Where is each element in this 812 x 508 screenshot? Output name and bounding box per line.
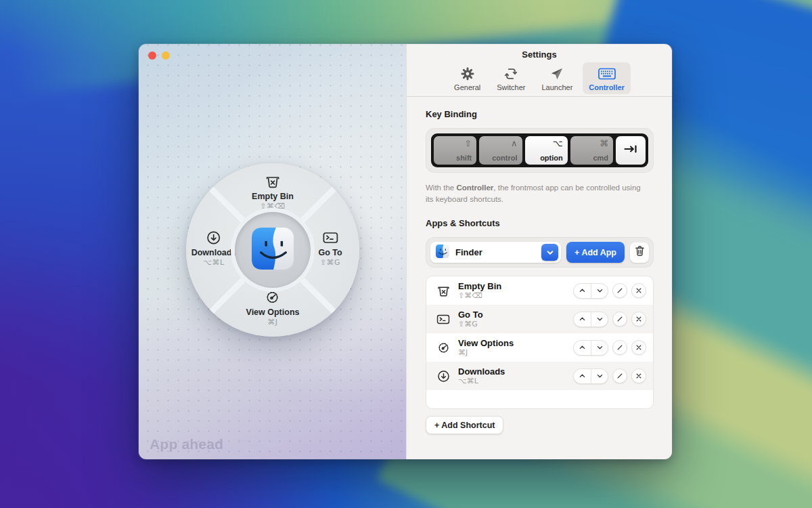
key-control[interactable]: ∧ control (479, 136, 522, 165)
move-up-button[interactable] (574, 284, 591, 298)
radial-item-empty-bin[interactable]: Empty Bin ⇧⌘⌫ (252, 173, 294, 211)
move-up-button[interactable] (574, 369, 591, 383)
edit-button[interactable] (612, 340, 627, 355)
key-tab[interactable] (616, 136, 646, 165)
add-app-button[interactable]: + Add App (566, 242, 625, 263)
add-shortcut-button[interactable]: + Add Shortcut (426, 416, 503, 434)
reorder-control (573, 283, 608, 299)
apps-shortcuts-label: Apps & Shortcuts (426, 218, 654, 228)
radial-item-downloads[interactable]: Downloads ⌥⌘L (191, 230, 237, 267)
trash-icon (635, 245, 645, 259)
key-binding-tray: ⇧ shift ∧ control ⌥ option ⌘ (426, 128, 654, 173)
key-binding-label: Key Binding (426, 109, 654, 119)
shortcut-row-go-to: Go To ⇧⌘G (426, 305, 653, 333)
reorder-control (573, 312, 608, 327)
remove-button[interactable] (631, 283, 646, 298)
chevron-down-icon[interactable] (541, 244, 558, 261)
radial-shortcut-menu: Empty Bin ⇧⌘⌫ Go To ⇧⌘G (186, 163, 359, 337)
remove-button[interactable] (631, 312, 646, 326)
move-down-button[interactable] (591, 284, 608, 298)
key-option[interactable]: ⌥ option (525, 136, 568, 165)
download-circle-icon (206, 230, 222, 246)
radial-item-go-to[interactable]: Go To ⇧⌘G (318, 230, 342, 267)
desktop: Empty Bin ⇧⌘⌫ Go To ⇧⌘G (0, 0, 812, 508)
shortcut-row-view-options: View Options ⌘J (426, 333, 653, 362)
paper-plane-icon (549, 66, 564, 82)
edit-button[interactable] (612, 283, 627, 298)
preview-pane: Empty Bin ⇧⌘⌫ Go To ⇧⌘G (139, 44, 406, 459)
controller-settings: Key Binding ⇧ shift ∧ control ⌥ (407, 97, 672, 434)
keyboard-visual: ⇧ shift ∧ control ⌥ option ⌘ (431, 133, 648, 167)
move-down-button[interactable] (591, 341, 608, 355)
app-selector-tray: Finder + Add App (426, 237, 654, 268)
app-window: Empty Bin ⇧⌘⌫ Go To ⇧⌘G (139, 44, 672, 459)
tab-launcher[interactable]: Launcher (535, 62, 579, 94)
radial-center-app[interactable] (235, 212, 311, 288)
settings-pane: Settings General (406, 44, 672, 459)
shortcut-row-downloads: Downloads ⌥⌘L (426, 362, 653, 390)
finder-icon (252, 228, 294, 272)
edit-button[interactable] (612, 368, 627, 383)
app-watermark: App ahead (150, 436, 223, 452)
edit-button[interactable] (612, 312, 627, 326)
tab-general[interactable]: General (448, 62, 487, 94)
move-down-button[interactable] (591, 369, 608, 383)
key-shift[interactable]: ⇧ shift (434, 136, 476, 165)
reorder-control (573, 340, 608, 356)
tab-switcher[interactable]: Switcher (491, 62, 531, 94)
terminal-icon (434, 313, 452, 326)
app-select[interactable]: Finder (430, 242, 561, 263)
view-options-gear-icon (265, 289, 281, 305)
download-circle-icon (434, 369, 452, 383)
finder-icon-small (436, 245, 449, 261)
keyboard-icon (598, 66, 616, 82)
terminal-icon (321, 230, 339, 246)
minimize-button[interactable] (162, 51, 170, 60)
tab-controller[interactable]: Controller (583, 62, 631, 94)
settings-toolbar: General Switcher (407, 62, 672, 94)
move-up-button[interactable] (574, 341, 591, 355)
tab-key-icon (623, 144, 638, 156)
move-down-button[interactable] (591, 312, 608, 326)
controller-description: With the Controller, the frontmost app c… (426, 182, 641, 205)
gear-icon (460, 66, 475, 82)
remove-button[interactable] (631, 340, 646, 355)
close-button[interactable] (148, 51, 156, 60)
key-cmd[interactable]: ⌘ cmd (570, 136, 613, 165)
radial-item-view-options[interactable]: View Options ⌘J (246, 289, 300, 326)
window-title: Settings (407, 49, 672, 60)
view-options-gear-icon (434, 341, 452, 355)
empty-bin-icon (265, 173, 281, 190)
shortcuts-list: Empty Bin ⇧⌘⌫ (426, 276, 654, 409)
reorder-control (573, 368, 608, 384)
remove-button[interactable] (631, 368, 646, 383)
switcher-icon (503, 66, 518, 82)
traffic-lights (148, 51, 170, 60)
selected-app-name: Finder (455, 247, 541, 257)
empty-bin-icon (434, 284, 452, 298)
delete-app-button[interactable] (630, 242, 649, 263)
settings-header: Settings General (407, 44, 672, 97)
move-up-button[interactable] (574, 312, 591, 326)
shortcut-row-empty-bin: Empty Bin ⇧⌘⌫ (426, 276, 653, 305)
